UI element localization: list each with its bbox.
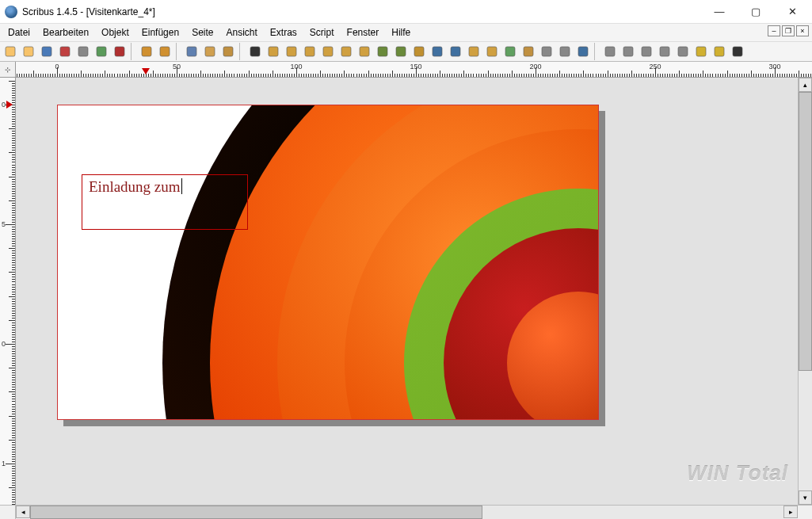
window-title: Scribus 1.4.5 - [Visitenkarte_4*] <box>22 6 701 17</box>
link-frames-icon[interactable] <box>501 43 519 60</box>
svg-rect-12 <box>250 47 260 56</box>
artwork-group[interactable] <box>57 105 599 420</box>
mdi-restore-button[interactable]: ❐ <box>782 25 795 36</box>
window-controls: — ▢ ✕ <box>701 0 810 24</box>
svg-rect-16 <box>323 47 333 56</box>
svg-rect-14 <box>287 47 296 56</box>
textframe-icon[interactable] <box>265 43 282 60</box>
menu-bearbeiten[interactable]: Bearbeiten <box>36 25 95 40</box>
unlink-frames-icon[interactable] <box>520 43 537 60</box>
svg-rect-38 <box>733 47 742 56</box>
scroll-corner <box>0 506 16 519</box>
svg-rect-17 <box>341 47 351 56</box>
mdi-controls: – ❐ × <box>768 25 809 36</box>
print-icon[interactable] <box>74 43 92 60</box>
pdf-pushbutton-icon[interactable] <box>601 43 619 60</box>
svg-rect-25 <box>487 47 497 56</box>
scroll-left-button[interactable]: ◂ <box>16 506 30 518</box>
toolbar-separator <box>594 43 599 60</box>
ruler-origin-button[interactable]: ⊹ <box>0 62 16 78</box>
shape-icon[interactable] <box>337 43 355 60</box>
preflight-icon[interactable] <box>93 43 110 60</box>
scroll-right-button[interactable]: ▸ <box>783 506 798 518</box>
ruler-v-marker[interactable] <box>6 101 13 109</box>
toolbar-separator <box>131 43 135 60</box>
paste-icon[interactable] <box>219 43 237 60</box>
close-window-button[interactable]: ✕ <box>774 0 810 24</box>
mdi-close-button[interactable]: × <box>796 25 809 36</box>
scroll-v-track[interactable] <box>799 92 812 490</box>
menu-ansicht[interactable]: Ansicht <box>219 25 263 40</box>
eraser-icon[interactable] <box>729 43 746 60</box>
select-icon[interactable] <box>246 43 264 60</box>
pdf-combobox-icon[interactable] <box>656 43 673 60</box>
undo-icon[interactable] <box>138 43 155 60</box>
pdf-link-icon[interactable] <box>711 43 728 60</box>
scroll-v-thumb[interactable] <box>799 92 812 371</box>
ruler-h-label: 0 <box>55 63 59 71</box>
horizontal-scrollbar[interactable]: ◂ ▸ <box>0 505 812 519</box>
menu-extras[interactable]: Extras <box>264 25 303 40</box>
new-file-icon[interactable] <box>2 43 19 60</box>
freehand-icon[interactable] <box>410 43 428 60</box>
menu-seite[interactable]: Seite <box>185 25 219 40</box>
canvas[interactable]: Einladung zum WIN Total ▴ ▾ <box>16 78 812 505</box>
pdf-checkbox-icon[interactable] <box>638 43 655 60</box>
edit-contents-icon[interactable] <box>465 43 482 60</box>
text-content[interactable]: Einladung zum <box>89 178 181 195</box>
vertical-ruler[interactable]: 0501 <box>0 78 16 505</box>
ruler-h-label: 200 <box>529 63 541 71</box>
imageframe-icon[interactable] <box>283 43 300 60</box>
scroll-up-button[interactable]: ▴ <box>799 78 812 92</box>
zoom-icon[interactable] <box>447 43 464 60</box>
menu-script[interactable]: Script <box>303 25 341 40</box>
scroll-down-button[interactable]: ▾ <box>799 490 812 505</box>
table-icon[interactable] <box>319 43 337 60</box>
menu-fenster[interactable]: Fenster <box>341 25 386 40</box>
document-page[interactable]: Einladung zum <box>57 105 599 420</box>
redo-icon[interactable] <box>156 43 173 60</box>
vertical-scrollbar[interactable]: ▴ ▾ <box>798 78 812 505</box>
open-file-icon[interactable] <box>20 43 37 60</box>
ruler-v-label: 1 <box>2 460 6 467</box>
renderframe-icon[interactable] <box>301 43 318 60</box>
svg-rect-31 <box>605 47 615 56</box>
svg-rect-8 <box>160 47 170 56</box>
edit-text-icon[interactable] <box>483 43 501 60</box>
scroll-h-thumb[interactable] <box>30 506 482 519</box>
horizontal-ruler[interactable]: 050100150200250300 <box>16 62 812 77</box>
menu-objekt[interactable]: Objekt <box>95 25 135 40</box>
scroll-corner-right <box>798 506 812 519</box>
measure-icon[interactable] <box>538 43 555 60</box>
pdf-icon[interactable] <box>111 43 128 60</box>
menu-datei[interactable]: Datei <box>2 25 36 40</box>
minimize-button[interactable]: — <box>701 0 738 24</box>
bezier-icon[interactable] <box>392 43 410 60</box>
save-icon[interactable] <box>38 43 55 60</box>
pdf-textfield-icon[interactable] <box>619 43 637 60</box>
close-icon[interactable] <box>56 43 74 60</box>
polygon-icon[interactable] <box>356 43 373 60</box>
mdi-minimize-button[interactable]: – <box>768 25 780 36</box>
svg-rect-9 <box>187 47 196 56</box>
menu-hilfe[interactable]: Hilfe <box>385 25 417 40</box>
svg-rect-2 <box>42 47 51 56</box>
text-frame[interactable]: Einladung zum <box>82 174 248 230</box>
copy-props-icon[interactable] <box>556 43 574 60</box>
maximize-button[interactable]: ▢ <box>738 0 774 24</box>
scroll-h-track[interactable] <box>30 506 783 519</box>
svg-rect-30 <box>578 47 588 56</box>
svg-rect-28 <box>542 47 551 56</box>
svg-rect-36 <box>696 47 706 56</box>
cut-icon[interactable] <box>183 43 200 60</box>
rotate-icon[interactable] <box>429 43 446 60</box>
pdf-listbox-icon[interactable] <box>674 43 692 60</box>
eyedropper-icon[interactable] <box>574 43 592 60</box>
line-icon[interactable] <box>374 43 391 60</box>
ruler-h-marker[interactable] <box>142 68 150 74</box>
title-bar: Scribus 1.4.5 - [Visitenkarte_4*] — ▢ ✕ <box>0 0 812 24</box>
copy-icon[interactable] <box>201 43 219 60</box>
ruler-v-label: 0 <box>2 340 6 348</box>
menu-einfügen[interactable]: Einfügen <box>135 25 185 40</box>
pdf-annotation-icon[interactable] <box>692 43 710 60</box>
